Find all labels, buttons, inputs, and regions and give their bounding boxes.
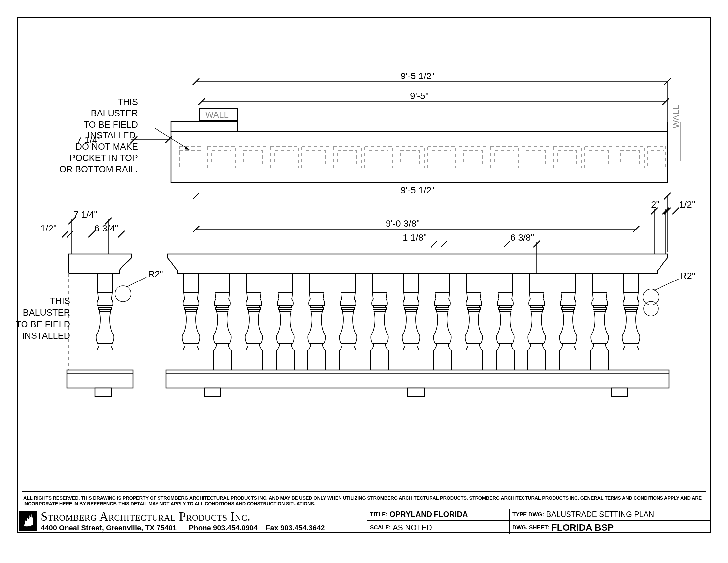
dim-side-6-34: 6 3/4" xyxy=(94,223,118,233)
wall-label-left: WALL xyxy=(205,110,229,119)
legal-text: ALL RIGHTS RESERVED. THIS DRAWING IS PRO… xyxy=(22,495,706,508)
sheet-label: DWG. SHEET: xyxy=(512,524,549,531)
sheet-value: FLORIDA BSP xyxy=(551,522,614,533)
svg-rect-75 xyxy=(611,388,628,397)
wall-label-right: WALL xyxy=(671,105,681,128)
dim-spacing: 6 3/8" xyxy=(510,232,534,243)
dim-end-half: 1/2" xyxy=(679,199,695,210)
company-fax: Fax 903.454.3642 xyxy=(266,524,325,532)
svg-line-76 xyxy=(654,279,679,291)
side-dims: 7 1/4" 1/2" 6 3/4" xyxy=(39,209,125,254)
scale-value: AS NOTED xyxy=(393,523,432,532)
company-address: 4400 Oneal Street, Greenville, TX 75401 xyxy=(41,524,177,532)
svg-line-62 xyxy=(126,277,146,287)
note-side: THIS BALUSTER TO BE FIELD INSTALLED xyxy=(11,296,70,342)
r2-left: R2" xyxy=(148,269,163,279)
company-name: Stromberg Architectural Products Inc. xyxy=(41,509,364,524)
dim-elev-inner: 9'-0 3/8" xyxy=(386,218,420,228)
r2-right: R2" xyxy=(680,270,695,281)
dim-elev-overall: 9'-5 1/2" xyxy=(401,185,434,195)
dim-end-2: 2" xyxy=(651,199,660,210)
dim-plan-overall: 9'-5 1/2" xyxy=(401,71,434,81)
svg-point-61 xyxy=(115,286,131,302)
title-label: TITLE: xyxy=(370,511,387,518)
svg-point-70 xyxy=(644,302,658,316)
plan-view: WALL WALL 9'- xyxy=(131,71,681,183)
svg-point-69 xyxy=(643,289,659,305)
svg-rect-71 xyxy=(166,370,669,388)
svg-rect-58 xyxy=(67,370,133,388)
type-value: BALUSTRADE SETTING PLAN xyxy=(546,510,654,519)
type-label: TYPE DWG: xyxy=(512,511,544,518)
svg-rect-73 xyxy=(204,388,221,397)
side-view: R2" xyxy=(67,254,163,397)
svg-rect-60 xyxy=(95,388,112,397)
dim-side-7-14: 7 1/4" xyxy=(73,209,97,219)
svg-rect-9 xyxy=(171,121,237,131)
company-logo xyxy=(19,511,37,531)
dim-plan-inner: 9'-5" xyxy=(410,91,429,101)
company-phone: Phone 903.454.0904 xyxy=(189,524,258,532)
scale-label: SCALE: xyxy=(370,524,391,531)
dim-side-half: 1/2" xyxy=(40,223,57,233)
dim-top-note: 7 1/4" xyxy=(77,135,101,145)
svg-rect-74 xyxy=(408,388,424,397)
title-value: OPRYLAND FLORIDA xyxy=(389,510,468,519)
dim-gap: 1 1/8" xyxy=(403,232,427,243)
elevation: R2" xyxy=(166,254,695,397)
title-block: Stromberg Architectural Products Inc. 44… xyxy=(17,509,711,533)
